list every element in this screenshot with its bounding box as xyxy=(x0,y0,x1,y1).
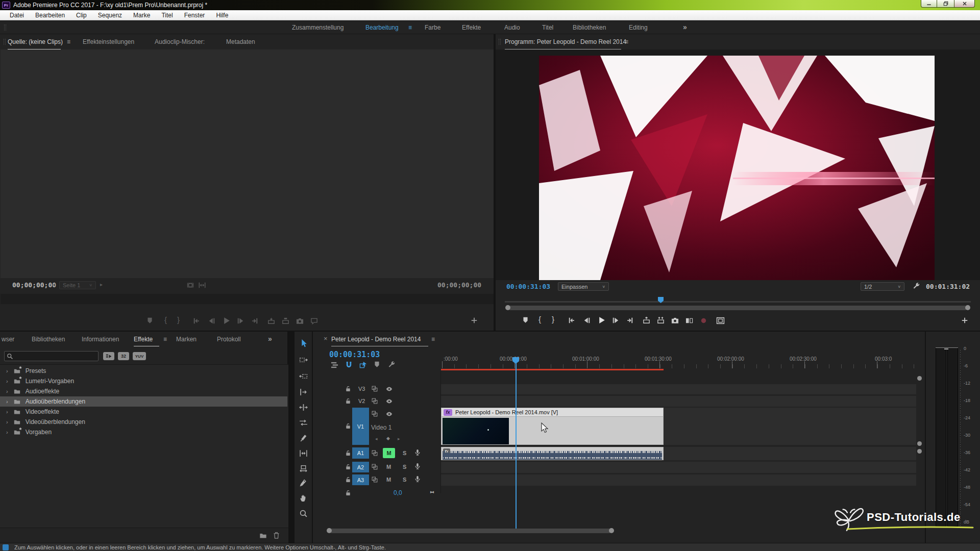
close-button[interactable] xyxy=(954,0,975,8)
mark-in-icon[interactable]: { xyxy=(164,315,167,324)
sync-lock-icon[interactable] xyxy=(372,450,378,456)
page-next-icon[interactable]: ▸ xyxy=(100,282,103,287)
tab-quelle[interactable]: Quelle: (keine Clips) xyxy=(8,38,63,45)
yuv-effects-badge[interactable]: YUV xyxy=(133,352,146,360)
mark-out-icon[interactable]: } xyxy=(177,315,180,324)
button-editor-icon[interactable] xyxy=(961,317,968,324)
playback-resolution-dropdown[interactable]: 1/2∨ xyxy=(861,282,904,291)
step-back-icon[interactable] xyxy=(583,317,591,324)
zoom-tool[interactable] xyxy=(299,509,308,518)
track-target-v1[interactable]: V1 xyxy=(352,408,369,445)
voiceover-mic-icon[interactable] xyxy=(414,463,421,470)
pen-tool[interactable] xyxy=(299,479,308,487)
slide-tool[interactable] xyxy=(299,464,308,473)
workspace-tab-zusammenstellung[interactable]: Zusammenstellung xyxy=(292,24,344,31)
scrollbar-handle-left[interactable] xyxy=(505,305,510,310)
track-select-backward-tool[interactable] xyxy=(299,372,308,381)
export-frame-icon[interactable] xyxy=(671,317,679,324)
restore-button[interactable] xyxy=(937,0,954,8)
voiceover-mic-icon[interactable] xyxy=(414,475,421,483)
mute-button-a2[interactable]: M xyxy=(386,464,391,470)
track-lane-v2[interactable] xyxy=(441,396,916,407)
timeline-settings-wrench-icon[interactable] xyxy=(388,361,396,369)
mark-out-icon[interactable]: } xyxy=(552,315,554,323)
track-lock-icon[interactable] xyxy=(345,464,351,470)
ripple-edit-tool[interactable] xyxy=(299,388,308,396)
track-target-a1[interactable]: A1 xyxy=(352,447,369,459)
program-timecode-current[interactable]: 00:00:31:03 xyxy=(506,283,550,290)
track-lock-icon[interactable] xyxy=(345,423,351,429)
tab-effekte[interactable]: Effekte xyxy=(134,336,153,343)
step-forward-icon[interactable] xyxy=(237,317,244,324)
track-label-v2[interactable]: V2 xyxy=(358,398,365,404)
film-settings-icon[interactable] xyxy=(187,282,194,289)
tab-audioclip-mischer[interactable]: Audioclip-Mischer: xyxy=(155,38,205,45)
expand-chevron-icon[interactable]: › xyxy=(6,368,8,374)
track-visibility-eye-icon[interactable] xyxy=(386,411,393,417)
source-scrub-bar[interactable] xyxy=(1,294,494,304)
program-panel-title[interactable]: Programm: Peter Leopold - Demo Reel 2014 xyxy=(505,38,626,45)
insert-icon[interactable] xyxy=(267,317,275,325)
panel-grip[interactable] xyxy=(4,24,6,31)
sequence-timecode[interactable]: 00:00:31:03 xyxy=(329,350,380,359)
add-marker-icon[interactable] xyxy=(146,317,153,324)
workspace-tab-titel[interactable]: Titel xyxy=(542,24,553,31)
menu-fenster[interactable]: Fenster xyxy=(179,12,211,19)
track-visibility-eye-icon[interactable] xyxy=(386,386,393,392)
track-target-a3[interactable]: A3 xyxy=(352,474,369,485)
workspace-overflow-icon[interactable]: » xyxy=(683,23,687,31)
source-panel-menu-icon[interactable]: ≡ xyxy=(67,38,70,45)
expand-chevron-icon[interactable]: › xyxy=(6,419,8,425)
vertical-scroll-handle-audio-bottom[interactable] xyxy=(917,449,922,454)
menu-titel[interactable]: Titel xyxy=(156,12,178,19)
expand-chevron-icon[interactable]: › xyxy=(6,398,8,405)
snap-magnet-icon[interactable] xyxy=(345,361,353,369)
track-visibility-eye-icon[interactable] xyxy=(386,398,393,405)
record-icon[interactable] xyxy=(700,317,707,324)
program-zoom-scrollbar[interactable] xyxy=(508,306,967,310)
sync-lock-icon[interactable] xyxy=(372,464,378,470)
timeline-zoom-scrollbar[interactable] xyxy=(329,529,611,533)
expand-chevron-icon[interactable]: › xyxy=(6,388,8,394)
track-name-video1[interactable]: Video 1 xyxy=(371,424,391,431)
slip-tool[interactable] xyxy=(299,449,308,458)
panel-grip[interactable] xyxy=(4,39,6,45)
track-lane-a2[interactable] xyxy=(441,462,916,473)
rolling-edit-tool[interactable] xyxy=(299,403,308,412)
workspace-tab-bibliotheken[interactable]: Bibliotheken xyxy=(573,24,606,31)
playhead-line[interactable] xyxy=(516,363,517,532)
fit-sequence-icon[interactable]: ▸◂ xyxy=(430,489,433,494)
program-panel-menu-icon[interactable]: ≡ xyxy=(625,38,628,45)
minimize-button[interactable] xyxy=(921,0,937,8)
overwrite-icon[interactable] xyxy=(282,317,289,325)
menu-datei[interactable]: Datei xyxy=(4,12,30,19)
scrollbar-handle-right[interactable] xyxy=(609,528,614,533)
sync-lock-icon[interactable] xyxy=(372,411,378,417)
vertical-scroll-handle-video[interactable] xyxy=(917,376,922,381)
workspace-tab-farbe[interactable]: Farbe xyxy=(425,24,440,31)
workspace-tab-editing[interactable]: Editing xyxy=(629,24,648,31)
play-icon[interactable] xyxy=(223,316,231,325)
keyframe-next-icon[interactable]: ▸ xyxy=(398,436,400,441)
linked-selection-icon[interactable] xyxy=(359,361,367,369)
page-selector-dropdown[interactable]: Seite 1∨ xyxy=(59,281,96,289)
accelerated-effects-badge[interactable] xyxy=(103,352,114,360)
tab-media-browser-truncated[interactable]: wser xyxy=(2,336,14,343)
comparison-view-icon[interactable] xyxy=(685,317,693,324)
tab-informationen[interactable]: Informationen xyxy=(82,336,119,343)
tree-item-audioeffekte[interactable]: › Audioeffekte xyxy=(0,386,287,396)
extract-icon[interactable] xyxy=(657,317,665,324)
track-lock-icon[interactable] xyxy=(345,477,351,483)
track-lock-icon[interactable] xyxy=(345,398,351,404)
panel-grip[interactable] xyxy=(499,39,501,45)
tab-protokoll[interactable]: Protokoll xyxy=(217,336,241,343)
selection-tool[interactable] xyxy=(299,339,308,347)
add-marker-icon[interactable] xyxy=(522,317,529,323)
menu-clip[interactable]: Clip xyxy=(70,12,92,19)
track-lane-v3[interactable] xyxy=(441,384,916,394)
hand-tool[interactable] xyxy=(299,494,308,503)
tree-item-lumetri-vorgaben[interactable]: › Lumetri-Vorgaben xyxy=(0,376,287,386)
mark-in-icon[interactable]: { xyxy=(538,315,541,323)
expand-chevron-icon[interactable]: › xyxy=(6,409,8,415)
menu-bearbeiten[interactable]: Bearbeiten xyxy=(30,12,70,19)
